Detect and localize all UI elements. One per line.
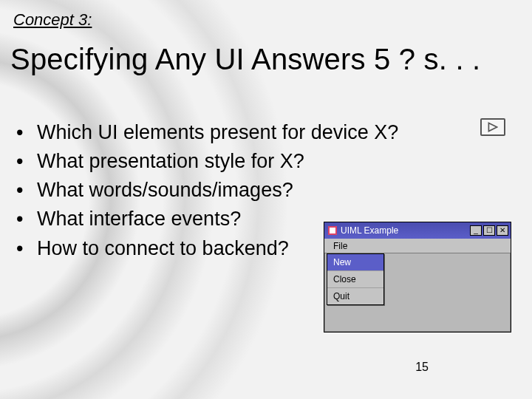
svg-rect-2: [330, 228, 335, 233]
bullet-dot: •: [16, 205, 37, 233]
bullet-dot: •: [16, 147, 37, 176]
menu-item-close[interactable]: Close: [327, 271, 383, 288]
bullet-dot: •: [16, 176, 37, 205]
svg-marker-0: [488, 123, 497, 131]
page-number: 15: [415, 361, 429, 374]
bullet-text: What presentation style for X?: [37, 147, 400, 176]
bullet-item: •What presentation style for X?: [16, 147, 400, 176]
menu-item-new[interactable]: New: [327, 254, 383, 271]
menu-item-quit[interactable]: Quit: [327, 288, 383, 304]
bullet-text: Which UI elements present for device X?: [37, 118, 400, 147]
app-icon: [327, 225, 338, 236]
maximize-button[interactable]: ☐: [483, 225, 495, 236]
bullet-item: •Which UI elements present for device X?: [16, 118, 400, 147]
file-dropdown: New Close Quit: [327, 253, 384, 305]
slide: Concept 3: Specifying Any UI Answers 5 ?…: [0, 0, 532, 399]
close-button[interactable]: ✕: [497, 225, 508, 236]
uiml-example-window: UIML Example _ ☐ ✕ File New Close Quit: [324, 222, 511, 332]
window-menubar: File: [324, 239, 511, 253]
bullet-dot: •: [16, 234, 37, 263]
bullet-text: What words/sounds/images?: [37, 176, 400, 205]
concept-label: Concept 3:: [13, 10, 92, 30]
window-title: UIML Example: [341, 225, 470, 236]
slide-title: Specifying Any UI Answers 5 ? s. . .: [10, 43, 522, 76]
window-titlebar[interactable]: UIML Example _ ☐ ✕: [324, 222, 511, 239]
minimize-button[interactable]: _: [470, 225, 482, 236]
play-icon: [480, 118, 505, 136]
bullet-dot: •: [16, 118, 37, 147]
menu-file[interactable]: File: [329, 239, 352, 253]
bullet-item: •What words/sounds/images?: [16, 176, 400, 205]
